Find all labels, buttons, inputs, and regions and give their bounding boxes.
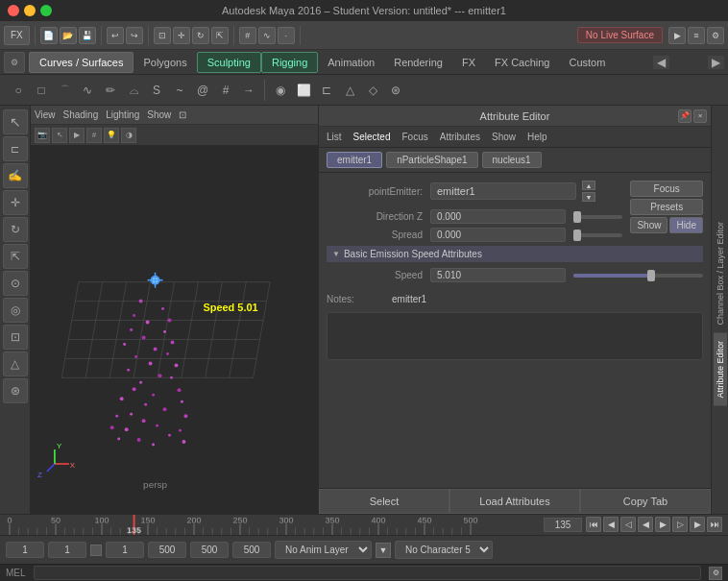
snap-point-icon[interactable]: · [278,27,295,44]
shape-cone-icon[interactable]: △ [339,80,360,101]
play-forward-icon[interactable]: ▶ [655,517,670,532]
settings-icon[interactable]: ⚙ [707,27,724,44]
attr-menu-list[interactable]: List [327,132,342,142]
shape-torus-icon[interactable]: ⊛ [385,80,406,101]
go-to-end-icon[interactable]: ⏭ [707,517,722,532]
link-down-icon[interactable]: ▼ [582,192,595,202]
end-frame-field[interactable] [148,542,186,558]
channel-box-tab[interactable]: Channel Box / Layer Editor [714,214,727,333]
save-file-icon[interactable]: 💾 [79,27,96,44]
start-anim-field[interactable] [48,542,86,558]
attr-close-icon[interactable]: × [693,109,707,123]
rotate-tool[interactable]: ↻ [3,217,28,242]
paint-tool[interactable]: ✍ [3,163,28,188]
tab-rigging[interactable]: Rigging [261,52,318,73]
shape-spiral-icon[interactable]: @ [192,80,213,101]
current-frame-field[interactable] [106,542,144,558]
direction-z-slider[interactable] [573,215,622,219]
basic-emission-section[interactable]: ▼ Basic Emission Speed Attributes [327,246,703,262]
move-tool[interactable]: ✛ [3,190,28,215]
speed-slider[interactable] [573,274,703,278]
viewport-view-menu[interactable]: View [35,109,56,120]
soft-mod-tool[interactable]: ◎ [3,298,28,323]
tab-custom[interactable]: Custom [560,52,616,73]
play-back-icon[interactable]: ◀ [638,517,653,532]
open-file-icon[interactable]: 📂 [60,27,77,44]
viewport-lighting-menu[interactable]: Lighting [106,109,139,120]
attr-menu-attributes[interactable]: Attributes [440,132,480,142]
snap-curve-icon[interactable]: ∿ [258,27,276,44]
character-select[interactable]: No Character 5 [395,541,493,559]
vp-select-icon[interactable]: ↖ [52,128,67,143]
viewport-canvas[interactable]: Speed 5.01 X Y Z persp [31,146,318,514]
anim-layer-select[interactable]: No Anim Layer [275,541,372,559]
shape-cylinder-icon[interactable]: ⊏ [316,80,337,101]
mel-settings-icon[interactable]: ⚙ [709,567,722,580]
current-frame-input[interactable] [544,518,582,532]
attr-menu-show[interactable]: Show [492,132,516,142]
snap-grid-icon[interactable]: # [239,27,256,44]
attr-menu-focus[interactable]: Focus [401,132,427,142]
sculpt-tool[interactable]: ⊡ [3,325,28,350]
step-forward-icon[interactable]: ▶ [690,517,705,532]
copy-tab-button[interactable]: Copy Tab [580,489,711,514]
end-anim-field[interactable] [232,542,271,558]
attr-pin-icon[interactable]: 📌 [678,109,692,123]
vp-shadow-icon[interactable]: ◑ [121,128,136,143]
next-frame-icon[interactable]: ▷ [672,517,688,532]
viewport-show-menu[interactable]: Show [147,109,171,120]
tab-animation[interactable]: Animation [318,52,384,73]
spread-input[interactable] [430,228,566,242]
universal-tool[interactable]: ⊙ [3,271,28,296]
tab-sculpting[interactable]: Sculpting [197,52,261,73]
tab-rendering[interactable]: Rendering [384,52,452,73]
attr-menu-help[interactable]: Help [527,132,547,142]
tab-fx[interactable]: FX [452,52,485,73]
anim-layer-expand-icon[interactable]: ▼ [376,543,391,558]
presets-button[interactable]: Presets [630,199,703,215]
attr-tab-emitter1[interactable]: emitter1 [327,152,382,168]
shape-cube-icon[interactable]: ⬜ [293,80,314,101]
tab-curves-surfaces[interactable]: Curves / Surfaces [29,52,133,73]
step-back-icon[interactable]: ◀ [603,517,619,532]
spread-slider[interactable] [573,233,622,237]
scale-icon[interactable]: ⇱ [211,27,229,44]
select-icon[interactable]: ⊡ [154,27,171,44]
shape-diamond-icon[interactable]: ◇ [362,80,383,101]
shape-arc-icon[interactable]: ⌓ [123,80,144,101]
show-manip-tool[interactable]: △ [3,351,28,376]
rotate-icon[interactable]: ↻ [192,27,209,44]
undo-icon[interactable]: ↩ [107,27,124,44]
link-up-icon[interactable]: ▲ [582,181,595,190]
move-icon[interactable]: ✛ [173,27,190,44]
fx-dropdown[interactable]: FX [4,26,30,45]
tabs-scroll-left[interactable]: ◀ [653,56,669,69]
scale-tool[interactable]: ⇱ [3,244,28,269]
anim-checkbox[interactable] [90,545,102,556]
attribute-editor-tab[interactable]: Attribute Editor [714,333,727,406]
speed-input[interactable] [430,268,566,282]
tab-polygons[interactable]: Polygons [133,52,196,73]
tab-fx-caching[interactable]: FX Caching [485,52,559,73]
shape-curve-icon[interactable]: ∿ [77,80,98,101]
shape-wave-icon[interactable]: ~ [169,80,190,101]
shape-pencil-icon[interactable]: ✏ [100,80,121,101]
close-button[interactable] [8,5,19,16]
render-icon[interactable]: ▶ [668,27,686,44]
shape-square-icon[interactable]: □ [31,80,52,101]
select-button[interactable]: Select [319,489,449,514]
vp-camera-icon[interactable]: 📷 [35,128,50,143]
end-field[interactable] [190,542,229,558]
no-live-surface-button[interactable]: No Live Surface [577,27,663,43]
attr-tab-nucleus1[interactable]: nucleus1 [482,152,542,168]
shape-sphere-icon[interactable]: ◉ [270,80,291,101]
vp-lights-icon[interactable]: 💡 [104,128,119,143]
lasso-tool[interactable]: ⊏ [3,136,28,161]
go-to-start-icon[interactable]: ⏮ [586,517,601,532]
minimize-button[interactable] [24,5,36,16]
start-frame-field[interactable] [6,542,44,558]
attr-menu-selected[interactable]: Selected [353,132,391,142]
hide-button[interactable]: Hide [669,217,703,233]
vp-render-icon[interactable]: ▶ [69,128,85,143]
timeline[interactable]: ⏮ ◀ ◁ ◀ ▶ ▷ ▶ ⏭ [0,514,728,535]
